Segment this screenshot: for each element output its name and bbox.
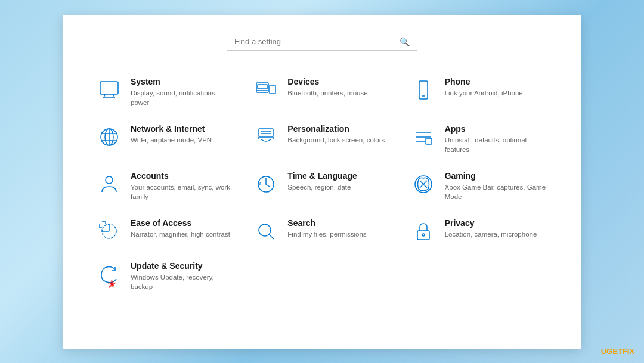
system-title: System [131, 77, 234, 86]
search-title: Search [287, 218, 366, 228]
easeofaccess-subtitle: Narrator, magnifier, high contrast [131, 229, 230, 239]
settings-item-phone[interactable]: PhoneLink your Android, iPhone [401, 69, 558, 116]
settings-item-gaming[interactable]: GamingXbox Game Bar, captures, Game Mode [401, 163, 558, 210]
personalization-text: PersonalizationBackground, lock screen, … [287, 124, 385, 145]
privacy-text: PrivacyLocation, camera, microphone [445, 218, 537, 239]
settings-item-accounts[interactable]: AccountsYour accounts, email, sync, work… [86, 163, 243, 210]
accounts-text: AccountsYour accounts, email, sync, work… [131, 171, 234, 201]
settings-item-network[interactable]: Network & InternetWi-Fi, airplane mode, … [86, 116, 243, 163]
watermark-text: UGETFIX [601, 347, 634, 356]
settings-item-privacy[interactable]: PrivacyLocation, camera, microphone [401, 210, 558, 253]
search-input[interactable] [234, 37, 400, 46]
devices-title: Devices [287, 77, 367, 86]
settings-item-time[interactable]: AアTime & LanguageSpeech, region, date [243, 163, 400, 210]
phone-icon [410, 77, 436, 103]
network-text: Network & InternetWi-Fi, airplane mode, … [131, 124, 212, 145]
phone-text: PhoneLink your Android, iPhone [445, 77, 523, 98]
gaming-title: Gaming [445, 171, 548, 181]
updatesecurity-text: Update & SecurityWindows Update, recover… [131, 261, 234, 291]
svg-line-2 [113, 94, 114, 98]
personalization-icon [253, 124, 279, 150]
apps-subtitle: Uninstall, defaults, optional features [445, 135, 548, 154]
svg-rect-0 [100, 82, 118, 94]
easeofaccess-icon [96, 218, 122, 244]
accounts-icon [96, 171, 122, 197]
svg-line-1 [104, 94, 105, 98]
phone-title: Phone [445, 77, 523, 86]
accounts-subtitle: Your accounts, email, sync, work, family [131, 182, 234, 201]
search-icon: 🔍 [400, 37, 410, 46]
search-icon [253, 218, 279, 244]
time-title: Time & Language [287, 171, 357, 181]
system-text: SystemDisplay, sound, notifications, pow… [131, 77, 234, 107]
system-icon [96, 77, 122, 103]
gaming-text: GamingXbox Game Bar, captures, Game Mode [445, 171, 548, 201]
easeofaccess-title: Ease of Access [131, 218, 230, 228]
apps-icon [410, 124, 436, 150]
privacy-subtitle: Location, camera, microphone [445, 229, 537, 239]
settings-item-updatesecurity[interactable]: ✭Update & SecurityWindows Update, recove… [86, 253, 243, 300]
devices-text: DevicesBluetooth, printers, mouse [287, 77, 367, 98]
updatesecurity-icon: ✭ [96, 261, 122, 287]
svg-line-35 [269, 234, 274, 239]
svg-rect-23 [426, 138, 432, 144]
updatesecurity-subtitle: Windows Update, recovery, backup [131, 272, 234, 291]
network-icon [96, 124, 122, 150]
system-subtitle: Display, sound, notifications, power [131, 88, 234, 107]
search-text: SearchFind my files, permissions [287, 218, 366, 239]
network-subtitle: Wi-Fi, airplane mode, VPN [131, 135, 212, 145]
privacy-icon [410, 218, 436, 244]
time-text: Time & LanguageSpeech, region, date [287, 171, 357, 192]
settings-item-devices[interactable]: DevicesBluetooth, printers, mouse [243, 69, 400, 116]
red-star-badge: ✭ [107, 278, 117, 290]
svg-rect-36 [417, 231, 429, 240]
gaming-subtitle: Xbox Game Bar, captures, Game Mode [445, 182, 548, 201]
easeofaccess-text: Ease of AccessNarrator, magnifier, high … [131, 218, 230, 239]
watermark: UGETFIX [601, 347, 634, 356]
network-title: Network & Internet [131, 124, 212, 134]
apps-text: AppsUninstall, defaults, optional featur… [445, 124, 548, 154]
time-icon: Aア [253, 171, 279, 197]
search-bar[interactable]: 🔍 [227, 33, 417, 51]
settings-item-apps[interactable]: AppsUninstall, defaults, optional featur… [401, 116, 558, 163]
accounts-title: Accounts [131, 171, 234, 181]
personalization-subtitle: Background, lock screen, colors [287, 135, 385, 145]
devices-icon [253, 77, 279, 103]
search-subtitle: Find my files, permissions [287, 229, 366, 239]
settings-item-easeofaccess[interactable]: Ease of AccessNarrator, magnifier, high … [86, 210, 243, 253]
privacy-title: Privacy [445, 218, 537, 228]
settings-window: 🔍 SystemDisplay, sound, notifications, p… [63, 15, 581, 349]
svg-text:A: A [259, 182, 262, 186]
devices-subtitle: Bluetooth, printers, mouse [287, 88, 367, 98]
settings-item-personalization[interactable]: PersonalizationBackground, lock screen, … [243, 116, 400, 163]
svg-rect-5 [270, 85, 275, 94]
svg-rect-7 [258, 85, 267, 89]
apps-title: Apps [445, 124, 548, 134]
svg-point-24 [106, 176, 113, 184]
settings-item-search[interactable]: SearchFind my files, permissions [243, 210, 400, 253]
gaming-icon [410, 171, 436, 197]
settings-item-system[interactable]: SystemDisplay, sound, notifications, pow… [86, 69, 243, 116]
watermark-highlight: E [612, 347, 618, 356]
updatesecurity-title: Update & Security [131, 261, 234, 271]
phone-subtitle: Link your Android, iPhone [445, 88, 523, 98]
personalization-title: Personalization [287, 124, 385, 134]
svg-text:ア: ア [267, 189, 271, 193]
svg-point-37 [422, 234, 425, 236]
svg-rect-15 [259, 129, 273, 137]
time-subtitle: Speech, region, date [287, 182, 357, 192]
settings-grid: SystemDisplay, sound, notifications, pow… [86, 69, 558, 300]
